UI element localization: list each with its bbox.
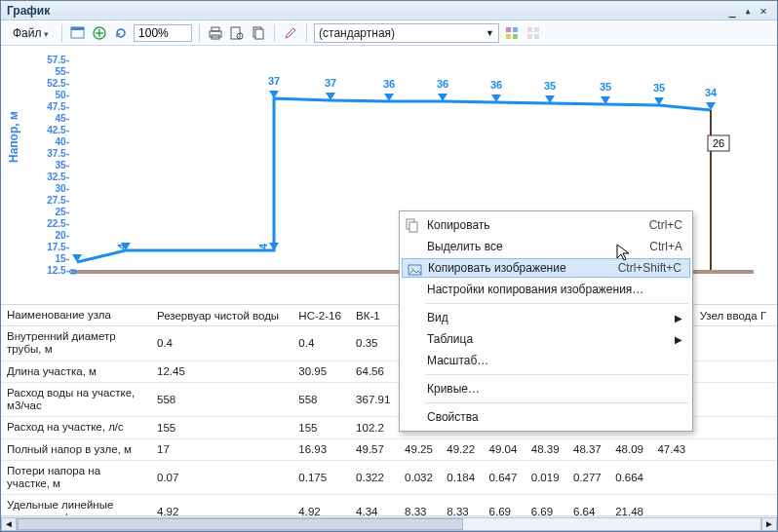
menu-properties[interactable]: Свойства	[400, 406, 692, 428]
svg-text:35: 35	[653, 82, 665, 94]
refresh-icon[interactable]	[112, 24, 130, 42]
y-axis-label: Напор, м	[7, 111, 20, 163]
menu-curves[interactable]: Кривые…	[400, 378, 692, 399]
window-title: График	[7, 4, 50, 18]
svg-text:42.5-: 42.5-	[47, 125, 69, 135]
scheme-select[interactable]: (стандартная) ▼	[314, 23, 499, 43]
minimize-button[interactable]: _	[724, 4, 740, 18]
svg-rect-14	[527, 27, 532, 32]
menu-copy[interactable]: Копировать Ctrl+C	[400, 214, 692, 236]
svg-rect-10	[506, 27, 511, 32]
svg-text:4: 4	[116, 243, 128, 249]
scroll-left-button[interactable]: ◄	[1, 517, 17, 531]
svg-rect-11	[513, 27, 518, 32]
svg-rect-12	[506, 34, 511, 39]
preview-icon[interactable]	[228, 24, 246, 42]
file-menu[interactable]: Файл	[7, 24, 55, 42]
svg-text:50-: 50-	[56, 90, 69, 100]
svg-text:25-: 25-	[56, 207, 69, 217]
scheme-value: (стандартная)	[319, 26, 395, 40]
svg-rect-9	[255, 29, 263, 39]
svg-text:27.5-: 27.5-	[47, 195, 69, 206]
svg-text:45-: 45-	[56, 113, 69, 124]
copy-icon[interactable]	[250, 24, 267, 42]
svg-text:40-: 40-	[56, 136, 69, 147]
svg-text:57.5-: 57.5-	[47, 55, 69, 65]
svg-text:52.5-: 52.5-	[47, 78, 69, 89]
svg-text:55-: 55-	[56, 66, 69, 77]
copy-icon	[405, 217, 420, 233]
svg-text:0: 0	[67, 269, 79, 275]
close-button[interactable]: ✕	[756, 4, 771, 18]
svg-text:37.5-: 37.5-	[47, 148, 69, 159]
print-icon[interactable]	[207, 24, 224, 42]
scroll-right-button[interactable]: ►	[761, 517, 777, 531]
svg-text:17.5-: 17.5-	[47, 242, 69, 252]
svg-rect-4	[212, 27, 219, 31]
svg-rect-17	[534, 34, 539, 39]
scroll-thumb[interactable]	[18, 518, 463, 530]
menu-copy-image[interactable]: Копировать изображение Ctrl+Shift+C	[402, 258, 690, 278]
menu-copy-image-settings[interactable]: Настройки копирования изображения…	[400, 279, 692, 300]
svg-text:47.5-: 47.5-	[47, 101, 69, 112]
restore-button[interactable]: ▴	[740, 4, 756, 18]
svg-text:36: 36	[490, 79, 502, 91]
svg-text:20-: 20-	[56, 230, 69, 241]
svg-text:12.5-: 12.5-	[47, 265, 69, 276]
svg-text:22.5-: 22.5-	[47, 218, 69, 229]
svg-text:35: 35	[600, 81, 611, 93]
context-menu: Копировать Ctrl+C Выделить все Ctrl+A Ко…	[399, 210, 693, 432]
svg-text:15-: 15-	[56, 253, 69, 264]
svg-text:37: 37	[325, 77, 336, 89]
svg-rect-15	[534, 27, 539, 32]
menu-select-all[interactable]: Выделить все Ctrl+A	[400, 236, 692, 257]
table-row: Потери напора на участке, м 0.070.1750.3…	[1, 460, 777, 494]
svg-text:35-: 35-	[56, 160, 69, 171]
callout-value: 26	[713, 137, 724, 149]
toolbar: Файл (стандартная) ▼	[1, 20, 777, 46]
menu-scale[interactable]: Масштаб…	[400, 350, 692, 371]
zoom-input[interactable]	[134, 24, 192, 42]
svg-rect-1	[71, 27, 84, 30]
svg-text:36: 36	[383, 78, 395, 90]
edit-icon[interactable]	[282, 24, 299, 42]
image-icon	[408, 262, 423, 278]
svg-text:37: 37	[268, 75, 280, 87]
svg-rect-65	[409, 222, 417, 232]
add-icon[interactable]	[91, 24, 108, 42]
titlebar: График _ ▴ ✕	[1, 1, 777, 20]
svg-text:30-: 30-	[56, 183, 69, 194]
chevron-down-icon: ▼	[486, 28, 494, 38]
svg-rect-16	[527, 34, 532, 39]
table-row: Полный напор в узле, м 1716.9349.5749.25…	[1, 438, 777, 460]
svg-text:34: 34	[705, 87, 718, 98]
window-icon[interactable]	[69, 24, 87, 42]
palette-icon[interactable]	[503, 24, 521, 42]
svg-text:32.5-: 32.5-	[47, 171, 69, 182]
svg-text:36: 36	[437, 78, 448, 90]
table-row: Удельные линейные потери, мм/м 4.924.924…	[1, 495, 777, 515]
horizontal-scrollbar[interactable]: ◄ ►	[1, 515, 777, 531]
svg-text:35: 35	[544, 80, 556, 92]
menu-view[interactable]: Вид▶	[400, 307, 692, 328]
svg-rect-13	[513, 34, 518, 39]
svg-text:4: 4	[257, 243, 269, 249]
palette2-icon[interactable]	[525, 24, 542, 42]
menu-table[interactable]: Таблица▶	[400, 328, 692, 350]
